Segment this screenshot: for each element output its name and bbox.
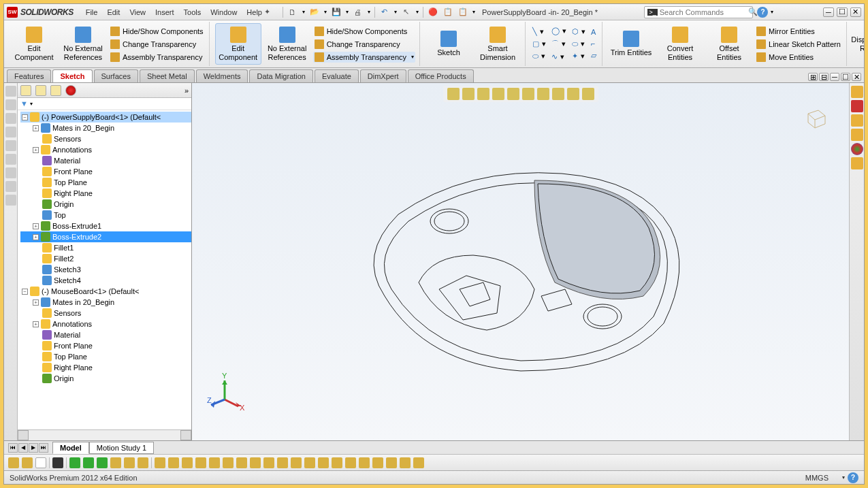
toolbar-icon[interactable] (345, 457, 356, 468)
tree-item[interactable]: Fillet1 (20, 242, 191, 253)
tree-item[interactable]: Material (20, 329, 191, 340)
view-orientation-icon[interactable] (507, 88, 519, 100)
no-external-refs-button[interactable]: No External References (60, 24, 106, 63)
save-icon[interactable]: 💾 (331, 7, 342, 18)
feature-filter-bar[interactable]: ▼ ▾ (18, 98, 191, 110)
tree-item[interactable]: Sensors (20, 308, 191, 319)
options2-icon[interactable]: 📋 (457, 7, 468, 18)
plane-icon[interactable]: ▱ (590, 50, 598, 61)
tree-item[interactable]: Right Plane (20, 362, 191, 373)
toolbar-icon[interactable] (223, 457, 234, 468)
custom-props-icon[interactable] (851, 157, 863, 169)
toolbar-icon[interactable] (52, 457, 63, 468)
toolbar-icon[interactable] (69, 457, 80, 468)
display-delete-relations-button[interactable]: Display/Delete Relations (852, 33, 864, 54)
dropdown-icon[interactable]: ▾ (416, 9, 419, 15)
tree-item[interactable]: +Annotations (20, 144, 191, 155)
spline-icon[interactable]: ∿ ▾ (550, 52, 568, 62)
trim-entities-button[interactable]: Trim Entities (608, 28, 654, 59)
toolbar-icon[interactable] (124, 457, 135, 468)
view-settings-icon[interactable] (582, 88, 594, 100)
dropdown-icon[interactable]: ▾ (411, 54, 414, 60)
dropdown-icon[interactable]: ▾ (472, 9, 475, 15)
zoom-area-icon[interactable] (462, 88, 475, 100)
rail-btn[interactable] (5, 154, 16, 165)
tree-item[interactable]: Material (20, 155, 191, 166)
assembly-transparency-button2[interactable]: Assembly Transparency▾ (313, 52, 415, 63)
hide-show-icon[interactable] (537, 88, 549, 100)
toolbar-icon[interactable] (8, 457, 19, 468)
toolbar-icon[interactable] (291, 457, 302, 468)
prev-tab-button[interactable]: ◀ (18, 443, 28, 453)
appearances-icon[interactable] (851, 143, 863, 155)
edit-component-button-active[interactable]: Edit Component (215, 23, 261, 64)
toolbar-icon[interactable] (318, 457, 329, 468)
tab-dimxpert[interactable]: DimXpert (360, 69, 406, 82)
tab-sketch[interactable]: Sketch (52, 69, 92, 82)
file-explorer-icon[interactable] (851, 129, 863, 141)
zoom-fit-icon[interactable] (447, 88, 460, 100)
inner-minimize-button[interactable]: ─ (830, 73, 839, 81)
tree-item[interactable]: Front Plane (20, 340, 191, 351)
point-icon[interactable]: ✦ ▾ (570, 51, 587, 61)
rail-btn[interactable] (5, 99, 16, 110)
tree-item[interactable]: +Boss-Extrude1 (20, 221, 191, 231)
offset-entities-button[interactable]: Offset Entities (706, 24, 752, 63)
slot-icon[interactable]: ⬭ ▾ (531, 51, 547, 61)
toolbar-icon[interactable] (22, 457, 33, 468)
menu-window[interactable]: Window (210, 8, 237, 16)
expand-icon[interactable]: + (33, 223, 39, 229)
dropdown-icon[interactable]: ▾ (302, 9, 305, 15)
dropdown-icon[interactable]: ▾ (346, 9, 349, 15)
tab-evaluate[interactable]: Evaluate (315, 69, 359, 82)
panel-overflow-icon[interactable]: » (184, 86, 189, 95)
expand-icon[interactable]: + (33, 125, 39, 131)
hide-show-components-button[interactable]: Hide/Show Components (109, 26, 205, 37)
status-units[interactable]: MMGS (805, 474, 829, 482)
bottom-tab-model[interactable]: Model (52, 442, 89, 454)
undo-icon[interactable]: ↶ (379, 7, 390, 18)
dropdown-icon[interactable]: ▾ (368, 9, 370, 15)
design-library-icon[interactable] (851, 114, 863, 127)
expand-icon[interactable]: + (33, 234, 39, 240)
toolbar-icon[interactable] (250, 457, 261, 468)
menu-tools[interactable]: Tools (184, 8, 202, 16)
rail-btn[interactable] (5, 181, 16, 192)
menu-insert[interactable]: Insert (155, 8, 174, 16)
inner-maximize-button[interactable]: ☐ (841, 73, 850, 81)
tree-node-root[interactable]: −(-) MouseBoard<1> (Default< (20, 286, 191, 297)
dropdown-icon[interactable]: ▾ (771, 9, 773, 15)
toolbar-icon[interactable] (155, 457, 165, 468)
rail-btn[interactable] (5, 113, 16, 124)
change-transparency-button2[interactable]: Change Transparency (313, 39, 415, 50)
rail-btn[interactable] (5, 195, 16, 206)
tree-item[interactable]: Origin (20, 199, 191, 210)
open-icon[interactable]: 📂 (309, 7, 320, 18)
toolbar-icon[interactable] (138, 457, 148, 468)
inner-tile2-button[interactable]: ⊟ (819, 73, 829, 81)
search-commands[interactable]: >_ 🔍▾ (644, 6, 753, 18)
rail-btn[interactable] (5, 127, 16, 137)
configuration-icon[interactable] (50, 85, 61, 96)
view-orientation-cube[interactable] (801, 103, 829, 131)
expand-icon[interactable]: + (33, 147, 39, 153)
prev-view-icon[interactable] (477, 88, 489, 100)
toolbar-icon[interactable] (277, 457, 288, 468)
smart-dimension-button[interactable]: Smart Dimension (475, 24, 521, 63)
new-icon[interactable]: 🗋 (287, 7, 298, 18)
first-tab-button[interactable]: ⏮ (8, 443, 18, 453)
tree-item[interactable]: Top (20, 210, 191, 221)
dropdown-icon[interactable]: ▾ (394, 9, 397, 15)
toolbar-icon[interactable] (386, 457, 397, 468)
toolbar-icon[interactable] (168, 457, 179, 468)
rail-btn[interactable] (5, 167, 16, 178)
move-entities-button[interactable]: Move Entities (755, 52, 842, 63)
minimize-button[interactable]: ─ (823, 7, 834, 17)
help-icon[interactable]: ? (757, 7, 768, 18)
toolbar-icon[interactable] (304, 457, 315, 468)
tree-item[interactable]: Fillet2 (20, 253, 191, 264)
change-transparency-button[interactable]: Change Transparency (109, 39, 205, 50)
horizontal-scrollbar[interactable] (18, 429, 191, 440)
last-tab-button[interactable]: ⏭ (39, 443, 48, 453)
graphics-viewport[interactable]: X Y Z (192, 83, 849, 440)
